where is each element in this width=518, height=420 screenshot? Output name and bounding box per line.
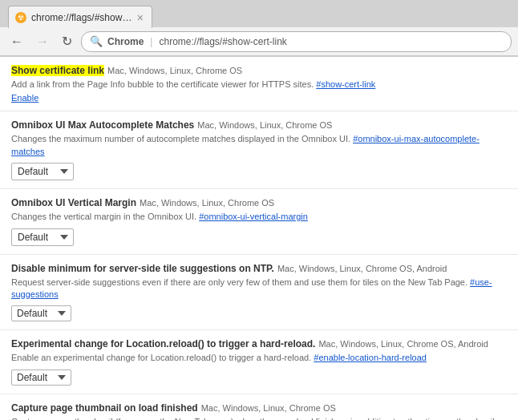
flag-description: Enable an experimental change for Locati… [11, 352, 507, 364]
flag-item: Omnibox UI Vertical MarginMac, Windows, … [0, 189, 518, 254]
flag-platforms: Mac, Windows, Linux, Chrome OS [107, 66, 242, 75]
flag-dropdown-wrap: DefaultEnabledDisabled [11, 370, 507, 386]
tab-title: chrome://flags/#show-ce [31, 12, 132, 23]
flag-description: Request server-side suggestions even if … [11, 277, 507, 301]
flag-anchor-link[interactable]: #enable-location-hard-reload [314, 353, 427, 362]
browser-chrome: ☢ chrome://flags/#show-ce × ← → ↻ 🔍 Chro… [0, 0, 518, 57]
flag-item: Show certificate linkMac, Windows, Linux… [0, 57, 518, 111]
flag-anchor-link[interactable]: #use-suggestions [11, 277, 492, 299]
tab-close-button[interactable]: × [137, 12, 144, 23]
tab-favicon: ☢ [15, 12, 26, 23]
flag-item: Disable minimum for server-side tile sug… [0, 255, 518, 331]
flag-dropdown-wrap: DefaultEnabledDisabled [11, 228, 507, 246]
address-bar[interactable]: 🔍 Chrome | chrome://flags/#show-cert-lin… [81, 31, 512, 52]
flag-dropdown-wrap: DefaultEnabledDisabled [11, 163, 507, 180]
flag-anchor-link[interactable]: #omnibox-ui-vertical-margin [199, 212, 308, 221]
address-domain: Chrome [107, 36, 144, 47]
flag-dropdown[interactable]: DefaultEnabledDisabled [11, 370, 71, 386]
flag-title: Omnibox UI Max Autocomplete Matches [11, 119, 194, 131]
address-separator: | [150, 36, 152, 47]
nav-bar: ← → ↻ 🔍 Chrome | chrome://flags/#show-ce… [0, 27, 518, 56]
secure-icon: 🔍 [90, 35, 103, 47]
flag-anchor-link[interactable]: #show-cert-link [316, 79, 375, 89]
tab-bar: ☢ chrome://flags/#show-ce × [0, 0, 518, 27]
flag-item: Omnibox UI Max Autocomplete MatchesMac, … [0, 111, 518, 189]
address-url: chrome://flags/#show-cert-link [159, 36, 286, 47]
back-button[interactable]: ← [6, 34, 27, 50]
flag-platforms: Mac, Windows, Linux, Chrome OS [201, 403, 336, 413]
flag-title: Capture page thumbnail on load finished [11, 402, 198, 414]
flag-description: Capture a page thumbnail (for use on the… [11, 416, 507, 420]
flag-platforms: Mac, Windows, Linux, Chrome OS [140, 198, 274, 208]
flag-platforms: Mac, Windows, Linux, Chrome OS, Android [318, 339, 488, 349]
flag-dropdown[interactable]: DefaultEnabledDisabled [11, 305, 71, 321]
flag-dropdown-wrap: DefaultEnabledDisabled [11, 305, 507, 321]
flag-title: Omnibox UI Vertical Margin [11, 197, 136, 208]
page-content: Show certificate linkMac, Windows, Linux… [0, 57, 518, 420]
forward-button[interactable]: → [32, 34, 53, 50]
flag-item: Capture page thumbnail on load finishedM… [0, 394, 518, 420]
flag-description: Changes the maximum number of autocomple… [11, 133, 507, 158]
flag-description: Add a link from the Page Info bubble to … [11, 79, 507, 91]
flag-platforms: Mac, Windows, Linux, Chrome OS [197, 120, 332, 130]
flag-title: Experimental change for Location.reload(… [11, 338, 315, 349]
flag-title: Disable minimum for server-side tile sug… [11, 263, 274, 274]
flag-item: Experimental change for Location.reload(… [0, 330, 518, 394]
refresh-button[interactable]: ↻ [58, 34, 76, 50]
active-tab[interactable]: ☢ chrome://flags/#show-ce × [8, 6, 152, 28]
flag-platforms: Mac, Windows, Linux, Chrome OS, Android [277, 264, 447, 273]
flag-dropdown[interactable]: DefaultEnabledDisabled [11, 228, 74, 246]
flag-dropdown[interactable]: DefaultEnabledDisabled [11, 163, 74, 180]
flag-anchor-link[interactable]: #omnibox-ui-max-autocomplete-matches [11, 134, 480, 155]
flag-description: Changes the vertical margin in the Omnib… [11, 211, 507, 223]
flag-title: Show certificate link [11, 65, 104, 76]
flag-enable-link[interactable]: Enable [11, 93, 507, 103]
